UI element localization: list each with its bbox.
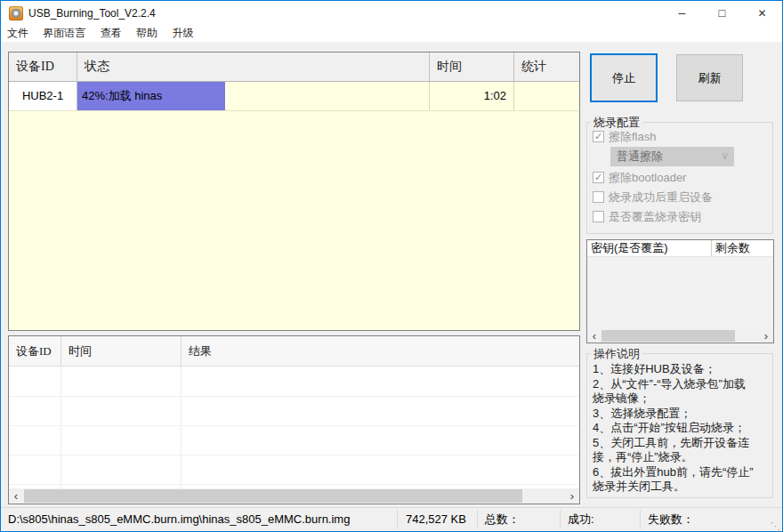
status-cell: 42%:加载 hinas — [77, 82, 430, 110]
log-table-header: 设备ID 时间 结果 — [9, 336, 579, 367]
guide-line: 5、关闭工具前，先断开设备连 — [593, 436, 754, 451]
menu-language[interactable]: 界面语言 — [43, 26, 85, 41]
row-divider — [9, 455, 579, 455]
column-header-log-device-id[interactable]: 设备ID — [9, 336, 61, 366]
column-divider — [181, 367, 182, 488]
window-title: USB_Burning_Tool_V2.2.4 — [28, 1, 156, 26]
window-controls — [662, 1, 782, 26]
guide-line: 接，再“停止”烧录。 — [593, 450, 754, 465]
column-header-remaining[interactable]: 剩余数 — [712, 240, 773, 256]
column-header-device-id[interactable]: 设备ID — [9, 52, 77, 81]
guide-line: 烧录镜像； — [593, 391, 754, 407]
erase-mode-select[interactable]: 普通擦除 — [610, 147, 734, 166]
maximize-icon[interactable] — [702, 1, 742, 26]
statusbar-divider — [560, 510, 561, 529]
overwrite-key-option[interactable]: 是否覆盖烧录密钥 — [587, 207, 701, 226]
refresh-button[interactable]: 刷新 — [676, 54, 743, 101]
minimize-icon[interactable] — [662, 1, 702, 26]
menu-view[interactable]: 查看 — [101, 26, 122, 41]
stop-button[interactable]: 停止 — [590, 53, 658, 102]
restart-after-success-checkbox[interactable] — [593, 191, 604, 203]
guide-line: 烧录并关闭工具。 — [593, 480, 754, 495]
erase-bootloader-checkbox[interactable] — [593, 172, 604, 183]
menu-help[interactable]: 帮助 — [136, 26, 157, 41]
menu-file[interactable]: 文件 — [7, 26, 28, 41]
scroll-thumb[interactable] — [601, 330, 735, 342]
burn-config-group: 烧录配置 擦除flash 普通擦除 擦除bootloader 烧录成功后重启设备… — [586, 122, 773, 234]
chevron-down-icon — [721, 147, 729, 165]
image-file-size: 742,527 KB — [406, 508, 466, 531]
log-table-body — [9, 367, 579, 488]
scroll-track[interactable] — [601, 329, 759, 343]
erase-mode-value: 普通擦除 — [617, 149, 663, 163]
guide-line: 3、选择烧录配置； — [593, 407, 754, 422]
menu-upgrade[interactable]: 升级 — [172, 26, 193, 41]
device-table-header: 设备ID 状态 时间 统计 — [9, 52, 579, 82]
title-bar: USB_Burning_Tool_V2.2.4 — [1, 1, 782, 26]
overwrite-key-label: 是否覆盖烧录密钥 — [609, 209, 701, 225]
erase-flash-option[interactable]: 擦除flash — [587, 127, 656, 146]
scroll-thumb[interactable] — [24, 489, 522, 503]
success-count-label: 成功: — [568, 508, 594, 531]
row-divider — [9, 425, 579, 426]
log-table: 设备ID 时间 结果 — [8, 335, 580, 504]
erase-flash-label: 擦除flash — [609, 129, 656, 145]
erase-bootloader-label: 擦除bootloader — [609, 170, 686, 186]
close-icon[interactable] — [742, 1, 782, 26]
operation-guide-text: 1、连接好HUB及设备； 2、从“文件”-“导入烧录包”加载 烧录镜像； 3、选… — [593, 362, 754, 495]
table-row[interactable]: HUB2-1 42%:加载 hinas 1:02 — [9, 82, 579, 111]
key-table: 密钥(是否覆盖) 剩余数 — [586, 239, 774, 343]
column-header-time[interactable]: 时间 — [430, 52, 514, 81]
erase-bootloader-option[interactable]: 擦除bootloader — [587, 168, 686, 187]
operation-guide-group: 操作说明 1、连接好HUB及设备； 2、从“文件”-“导入烧录包”加载 烧录镜像… — [586, 353, 773, 498]
app-window: USB_Burning_Tool_V2.2.4 文件 界面语言 查看 帮助 升级… — [0, 0, 783, 532]
statusbar-divider — [397, 510, 398, 529]
overwrite-key-checkbox[interactable] — [593, 211, 604, 222]
operation-guide-title: 操作说明 — [591, 347, 642, 360]
time-cell: 1:02 — [430, 82, 514, 110]
scroll-right-icon[interactable] — [759, 329, 773, 343]
device-table: 设备ID 状态 时间 统计 HUB2-1 42%:加载 hinas 1:02 — [8, 52, 580, 331]
key-table-hscrollbar[interactable] — [587, 329, 773, 343]
key-table-header: 密钥(是否覆盖) 剩余数 — [587, 240, 773, 257]
restart-after-success-label: 烧录成功后重启设备 — [609, 189, 713, 206]
guide-line: 1、连接好HUB及设备； — [593, 362, 754, 377]
column-header-key[interactable]: 密钥(是否覆盖) — [587, 240, 712, 256]
resize-grip[interactable] — [771, 521, 780, 531]
total-count-label: 总数： — [485, 508, 520, 531]
column-header-stats[interactable]: 统计 — [514, 52, 579, 81]
progress-label: 42%:加载 hinas — [82, 82, 162, 110]
menu-bar: 文件 界面语言 查看 帮助 升级 — [1, 26, 782, 42]
statusbar-divider — [477, 510, 478, 529]
column-header-log-time[interactable]: 时间 — [61, 336, 182, 366]
log-table-hscrollbar[interactable] — [9, 488, 579, 504]
scroll-track[interactable] — [23, 488, 565, 504]
column-header-status[interactable]: 状态 — [77, 52, 430, 81]
row-divider — [9, 396, 579, 397]
fail-count-label: 失败数： — [648, 508, 694, 531]
erase-flash-checkbox[interactable] — [593, 131, 604, 142]
device-id-cell: HUB2-1 — [9, 82, 77, 110]
guide-line: 4、点击“开始”按钮启动烧录； — [593, 421, 754, 436]
scroll-right-icon[interactable] — [565, 489, 579, 503]
app-icon — [9, 6, 23, 20]
row-divider — [9, 484, 579, 485]
scroll-left-icon[interactable] — [587, 329, 601, 343]
column-divider — [61, 367, 61, 488]
column-header-log-result[interactable]: 结果 — [182, 336, 579, 366]
stats-cell — [514, 82, 579, 110]
scroll-left-icon[interactable] — [9, 489, 23, 503]
status-bar: D:\s805\hinas_s805_eMMC.burn.img\hinas_s… — [1, 507, 782, 531]
restart-after-success-option[interactable]: 烧录成功后重启设备 — [587, 188, 713, 206]
statusbar-divider — [640, 510, 641, 529]
guide-line: 6、拔出外置hub前，请先“停止” — [593, 465, 754, 480]
image-file-path: D:\s805\hinas_s805_eMMC.burn.img\hinas_s… — [8, 508, 350, 531]
guide-line: 2、从“文件”-“导入烧录包”加载 — [593, 377, 754, 392]
